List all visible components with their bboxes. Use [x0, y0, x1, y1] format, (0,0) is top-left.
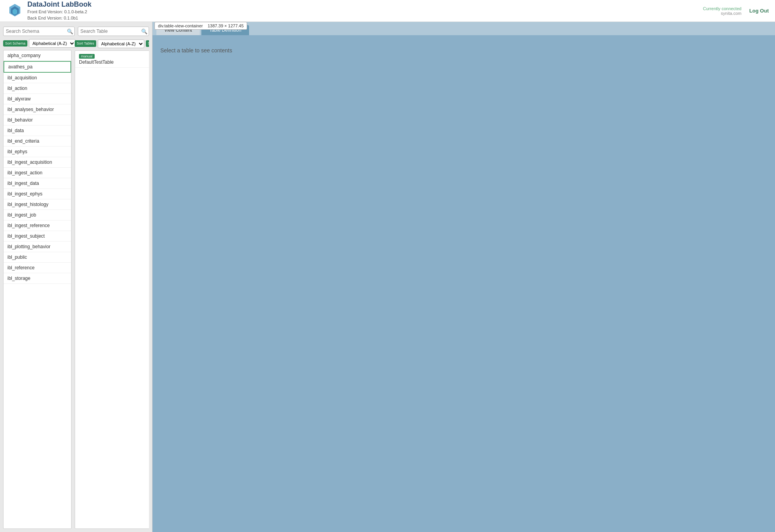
sidebar: 🔍 🔍 Sort Schema Alphabetical (A-Z) Alpha… — [0, 22, 152, 532]
schema-item-ibl-public[interactable]: ibl_public — [4, 252, 71, 263]
schema-item-ibl-ingest-histology[interactable]: ibl_ingest_histology — [4, 199, 71, 210]
schema-search-box: 🔍 — [3, 27, 75, 36]
manual-badge: manual — [79, 54, 95, 59]
header-right: Currently connected synita.com Log Out — [703, 6, 769, 16]
header: DataJoint LabBook Front End Version: 0.1… — [0, 0, 775, 22]
tooltip-element: div.table-view-container — [158, 23, 203, 28]
logo-text: DataJoint LabBook Front End Version: 0.1… — [27, 0, 91, 21]
connected-label: Currently connected — [703, 6, 741, 11]
table-panel: Sort Tables Alphabetical (A-Z) Alphabeti… — [75, 39, 149, 529]
logo-icon — [6, 2, 23, 20]
schema-item-ibl-ingest-action[interactable]: ibl_ingest_action — [4, 168, 71, 178]
table-sort-select[interactable]: Alphabetical (A-Z) Alphabetical (Z-A) — [98, 39, 144, 48]
schema-item-ibl-ingest-acquisition[interactable]: ibl_ingest_acquisition — [4, 157, 71, 168]
logout-button[interactable]: Log Out — [749, 8, 769, 14]
schema-item-ibl-ingest-reference[interactable]: ibl_ingest_reference — [4, 220, 71, 231]
schema-sort-select[interactable]: Alphabetical (A-Z) Alphabetical (Z-A) — [29, 39, 75, 48]
backend-version: Back End Version: 0.1.0b1 — [27, 15, 91, 21]
schema-item-ibl-behavior[interactable]: ibl_behavior — [4, 115, 71, 125]
sort-schema-label: Sort Schema — [5, 41, 25, 46]
tooltip-dimensions: 1387.39 × 1277.45 — [208, 23, 244, 28]
logo-title: DataJoint LabBook — [27, 0, 91, 9]
showing-all-label: Showing All Part Tables — [148, 41, 149, 46]
sidebar-panels: Sort Schema Alphabetical (A-Z) Alphabeti… — [3, 39, 149, 529]
search-schema-icon[interactable]: 🔍 — [67, 29, 73, 34]
schema-item-ibl-reference[interactable]: ibl_reference — [4, 263, 71, 273]
schema-panel: Sort Schema Alphabetical (A-Z) Alphabeti… — [3, 39, 72, 529]
showing-all-button[interactable]: Showing All Part Tables — [146, 40, 149, 47]
schema-item-ibl-end-criteria[interactable]: ibl_end_criteria — [4, 136, 71, 147]
schema-item-ibl-analyses-behavior[interactable]: ibl_analyses_behavior — [4, 104, 71, 115]
table-item-name: DefaultTestTable — [79, 59, 149, 65]
schema-item-ibl-plotting-behavior[interactable]: ibl_plotting_behavior — [4, 242, 71, 252]
connected-info: Currently connected synita.com — [703, 6, 741, 16]
schema-item-ibl-ingest-subject[interactable]: ibl_ingest_subject — [4, 231, 71, 242]
search-schema-input[interactable] — [3, 27, 75, 36]
schema-item-ibl-ingest-job[interactable]: ibl_ingest_job — [4, 210, 71, 220]
schema-item-ibl-acquisition[interactable]: ibl_acquisition — [4, 73, 71, 83]
tooltip-bar: div.table-view-container 1387.39 × 1277.… — [154, 22, 247, 30]
schema-sort-row: Sort Schema Alphabetical (A-Z) Alphabeti… — [3, 39, 72, 48]
sort-tables-label: Sort Tables — [77, 41, 94, 46]
main-layout: 🔍 🔍 Sort Schema Alphabetical (A-Z) Alpha… — [0, 22, 775, 532]
search-table-icon[interactable]: 🔍 — [141, 29, 147, 34]
frontend-version: Front End Version: 0.1.0-beta.2 — [27, 9, 91, 15]
content-area: View Content Table Definition Select a t… — [152, 22, 775, 532]
schema-item-ibl-alyxraw[interactable]: ibl_alyxraw — [4, 94, 71, 104]
schema-item-ibl-action[interactable]: ibl_action — [4, 83, 71, 94]
connected-user: synita.com — [703, 11, 741, 16]
table-search-box: 🔍 — [78, 27, 149, 36]
schema-list: alpha_company avathes_pa ibl_acquisition… — [3, 50, 72, 529]
schema-item-avathes-pa[interactable]: avathes_pa — [4, 61, 71, 73]
schema-item-alpha-company[interactable]: alpha_company — [4, 50, 71, 61]
schema-item-ibl-ingest-data[interactable]: ibl_ingest_data — [4, 178, 71, 189]
search-table-input[interactable] — [78, 27, 149, 36]
sort-schema-button[interactable]: Sort Schema — [3, 40, 27, 47]
schema-item-ibl-ingest-ephys[interactable]: ibl_ingest_ephys — [4, 189, 71, 199]
table-sort-row: Sort Tables Alphabetical (A-Z) Alphabeti… — [75, 39, 149, 48]
select-table-message: Select a table to see contents — [160, 47, 232, 54]
version-info: Front End Version: 0.1.0-beta.2 Back End… — [27, 9, 91, 21]
sort-tables-button[interactable]: Sort Tables — [75, 40, 96, 47]
schema-item-ibl-storage[interactable]: ibl_storage — [4, 273, 71, 284]
search-row: 🔍 🔍 — [3, 27, 149, 36]
content-body: Select a table to see contents — [152, 36, 775, 532]
table-item-default-test-table[interactable]: manual DefaultTestTable — [75, 51, 149, 68]
schema-item-ibl-data[interactable]: ibl_data — [4, 125, 71, 136]
table-list: manual DefaultTestTable — [75, 50, 149, 529]
schema-item-ibl-ephys[interactable]: ibl_ephys — [4, 147, 71, 157]
logo-area: DataJoint LabBook Front End Version: 0.1… — [6, 0, 91, 21]
